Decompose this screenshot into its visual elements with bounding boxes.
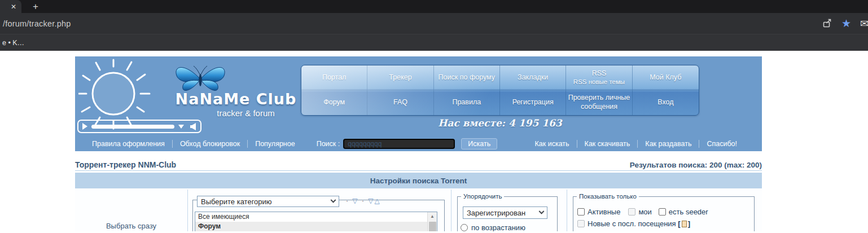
order-legend: Упорядочить	[461, 193, 504, 200]
page-body: NaNaMe Club tracker & forum Портал Треке…	[0, 56, 868, 233]
tab-strip: ✕ +	[0, 0, 868, 13]
menu-item-tracker[interactable]: Трекер	[367, 65, 433, 90]
listbox-scrollbar[interactable]: ▲	[427, 212, 437, 231]
volume-icon[interactable]	[188, 123, 196, 130]
audio-player[interactable]	[77, 120, 201, 133]
search-button[interactable]: Искать	[461, 138, 497, 150]
nav-separator	[699, 140, 699, 148]
progress-bar[interactable]	[91, 125, 174, 129]
content-area: NaNaMe Club tracker & forum Портал Треке…	[75, 56, 762, 231]
divider	[75, 170, 762, 171]
browser-toolbar: /forum/tracker.php ★ ✉	[0, 13, 868, 34]
bookmark-item[interactable]: e • K…	[2, 39, 24, 47]
nav-separator	[247, 140, 248, 148]
dropdown-arrow-icon[interactable]	[178, 125, 184, 129]
mine-checkbox	[628, 208, 635, 216]
dot-icon: ·	[346, 197, 349, 205]
new-since-last-visit-checkbox	[577, 220, 585, 227]
site-header: NaNaMe Club tracker & forum Портал Треке…	[75, 56, 762, 151]
show-only-cell: Показывать только Активные мои есть seed…	[567, 190, 762, 231]
scrollbar-thumb[interactable]	[429, 222, 436, 231]
document-icon[interactable]	[682, 221, 687, 227]
show-only-row2: Новые с посл. посещения [ ]	[577, 219, 690, 228]
nav-separator	[637, 140, 638, 148]
nav-right-links: Как искать Как скачивать Как раздавать С…	[535, 140, 737, 148]
sort-asc-icon[interactable]: △	[375, 197, 381, 205]
tracker-title[interactable]: Торрент-трекер NNM-Club	[75, 160, 176, 169]
active-tab[interactable]: ✕	[0, 0, 21, 13]
ascending-label: по возрастанию	[471, 223, 525, 231]
search-settings-panel-body: Выбрать сразу Выберите категорию · ▽ · ▽…	[75, 188, 762, 231]
dot-icon: ·	[362, 197, 365, 205]
menu-item-private-messages[interactable]: Проверить личные сообщения	[566, 90, 632, 115]
site-logo-subtitle: tracker & forum	[174, 108, 318, 118]
nav-link-how-to-search[interactable]: Как искать	[535, 140, 569, 148]
nav-separator	[577, 140, 577, 148]
menu-item-faq[interactable]: FAQ	[367, 90, 433, 115]
nav-link-how-to-seed[interactable]: Как раздавать	[645, 140, 691, 148]
select-at-once-label: Выбрать сразу	[106, 222, 156, 230]
search-label: Поиск :	[317, 140, 340, 148]
order-cell: Упорядочить Зарегистрирован по возрастан…	[451, 190, 567, 231]
sort-desc-icon[interactable]: ▽	[352, 197, 358, 205]
list-item[interactable]: Все имеющиеся	[195, 212, 437, 222]
scrollbar-up-icon[interactable]: ▲	[428, 212, 437, 221]
toolbar-icons: ★ ✉	[822, 18, 868, 29]
list-item[interactable]: Форум	[195, 222, 437, 231]
menu-item-forum[interactable]: Форум	[301, 90, 367, 115]
nav-link-thanks[interactable]: Спасибо!	[707, 140, 737, 148]
site-logo-title[interactable]: NaNaMe Club	[154, 90, 318, 108]
sort-icons: · ▽ · ▽△	[346, 197, 381, 205]
site-navbar: Правила оформления Обход блокировок Попу…	[75, 136, 762, 151]
nav-link-how-to-download[interactable]: Как скачивать	[585, 140, 630, 148]
nav-separator	[172, 140, 173, 148]
menu-item-login[interactable]: Вход	[633, 90, 699, 115]
main-menu: Портал Трекер Поиск по форуму Закладки R…	[301, 65, 699, 116]
menu-item-my-club[interactable]: Мой Клуб	[633, 65, 699, 90]
nav-link-bypass-blocks[interactable]: Обход блокировок	[180, 140, 240, 148]
order-select[interactable]: Зарегистрирован	[463, 206, 547, 219]
play-icon[interactable]	[82, 123, 87, 130]
sort-desc-icon[interactable]: ▽	[368, 197, 374, 205]
mine-label: мои	[638, 208, 651, 216]
search-settings-panel-header: Настройки поиска Torrent	[75, 173, 762, 188]
panel-title: Настройки поиска Torrent	[370, 177, 467, 185]
nav-link-popular[interactable]: Популярное	[255, 140, 295, 148]
members-counter: Нас вместе: 4 195 163	[301, 117, 699, 129]
bookmark-star-icon[interactable]: ★	[841, 18, 851, 29]
active-label: Активные	[588, 208, 620, 216]
category-listbox[interactable]: Все имеющиеся Форум |- Региональные встр…	[195, 212, 437, 231]
ascending-radio[interactable]	[461, 224, 468, 231]
category-cell: Выберите категорию · ▽ · ▽△ Все имеющиес…	[188, 190, 451, 231]
search-input[interactable]	[343, 139, 455, 149]
select-at-once-cell: Выбрать сразу	[75, 190, 188, 231]
chevron-down-icon	[539, 208, 545, 214]
has-seeder-label: есть seeder	[669, 208, 708, 216]
mail-extension-icon[interactable]: ✉	[860, 19, 868, 29]
category-select[interactable]: Выберите категорию	[197, 196, 339, 207]
menu-item-rules[interactable]: Правила	[434, 90, 500, 115]
has-seeder-checkbox[interactable]	[659, 208, 666, 216]
address-bar[interactable]: /forum/tracker.php	[0, 19, 71, 28]
menu-item-forum-search[interactable]: Поиск по форуму	[434, 65, 500, 90]
chevron-down-icon	[331, 197, 336, 203]
bookmarks-bar: e • K…	[0, 34, 868, 51]
close-tab-icon[interactable]: ✕	[11, 3, 16, 10]
menu-item-bookmarks[interactable]: Закладки	[500, 65, 566, 90]
page-title-row: Торрент-трекер NNM-Club Результатов поис…	[75, 157, 762, 169]
new-since-last-visit-label: Новые с посл. посещения	[588, 219, 676, 228]
menu-item-rss[interactable]: RSS RSS новые темы	[566, 65, 632, 90]
show-only-legend: Показывать только	[577, 193, 639, 200]
search-results-count: Результатов поиска: 200 (max: 200)	[630, 161, 762, 169]
nav-link-design-rules[interactable]: Правила оформления	[92, 140, 165, 148]
menu-item-registration[interactable]: Регистрация	[500, 90, 566, 115]
active-checkbox[interactable]	[577, 208, 585, 216]
new-tab-button[interactable]: +	[28, 1, 43, 12]
share-icon[interactable]	[822, 18, 832, 29]
show-only-row1: Активные мои есть seeder	[577, 208, 708, 216]
ascending-radio-row: по возрастанию	[461, 223, 525, 231]
menu-item-portal[interactable]: Портал	[301, 65, 367, 90]
